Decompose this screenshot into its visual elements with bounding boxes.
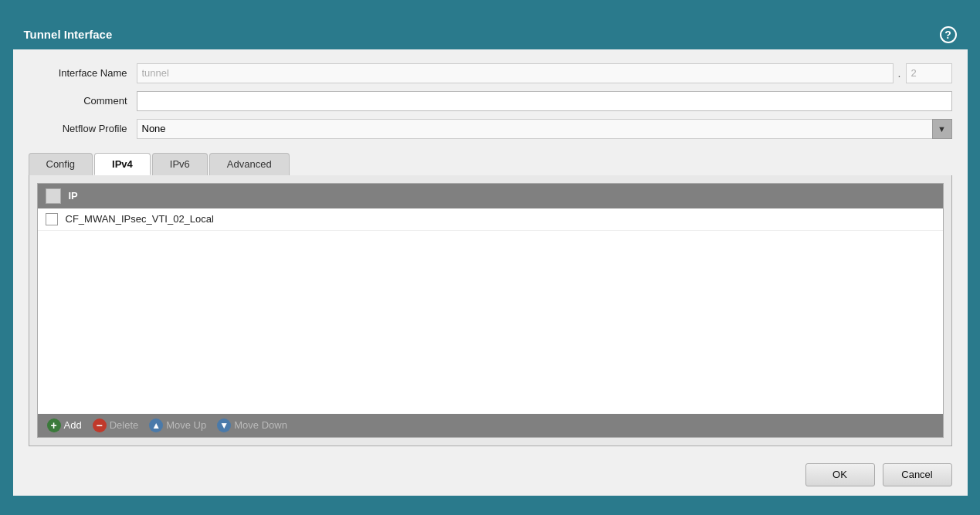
netflow-select[interactable]: None — [137, 119, 952, 139]
tab-advanced[interactable]: Advanced — [209, 153, 290, 175]
dialog-body: Interface Name . Comment Netflow Profile… — [13, 49, 968, 454]
interface-name-input[interactable] — [137, 63, 894, 83]
cancel-button[interactable]: Cancel — [883, 463, 952, 486]
netflow-dropdown-arrow[interactable]: ▼ — [932, 119, 952, 139]
delete-button[interactable]: − Delete — [93, 418, 139, 432]
add-button[interactable]: + Add — [47, 418, 82, 432]
ip-table: IP CF_MWAN_IPsec_VTI_02_Local + Add — [37, 183, 944, 438]
interface-name-label: Interface Name — [29, 67, 137, 79]
dialog-header: Tunnel Interface ? — [13, 20, 968, 49]
ok-button[interactable]: OK — [805, 463, 875, 486]
tabs-row: Config IPv4 IPv6 Advanced — [29, 153, 952, 175]
interface-name-row: Interface Name . — [29, 63, 952, 83]
netflow-label: Netflow Profile — [29, 123, 137, 134]
comment-label: Comment — [29, 95, 137, 107]
delete-icon: − — [93, 418, 107, 432]
row-ip-value: CF_MWAN_IPsec_VTI_02_Local — [66, 213, 214, 225]
interface-number-input[interactable] — [906, 63, 952, 83]
tab-ipv6[interactable]: IPv6 — [152, 153, 208, 175]
interface-name-field-group: . — [137, 63, 952, 83]
move-down-label: Move Down — [234, 419, 287, 431]
move-up-button[interactable]: ▲ Move Up — [149, 418, 206, 432]
dot-separator: . — [898, 67, 901, 80]
table-toolbar: + Add − Delete ▲ Move Up ▼ Move Down — [38, 414, 943, 437]
netflow-row: Netflow Profile None ▼ — [29, 119, 952, 139]
tab-config[interactable]: Config — [29, 153, 93, 175]
dialog-footer: OK Cancel — [13, 454, 968, 496]
table-body: CF_MWAN_IPsec_VTI_02_Local — [38, 208, 943, 414]
tab-ipv4[interactable]: IPv4 — [94, 153, 151, 175]
move-down-icon: ▼ — [217, 418, 231, 432]
netflow-field-group: None ▼ — [137, 119, 952, 139]
delete-label: Delete — [110, 419, 139, 431]
tunnel-interface-dialog: Tunnel Interface ? Interface Name . Comm… — [12, 19, 969, 497]
move-down-button[interactable]: ▼ Move Down — [217, 418, 287, 432]
header-checkbox[interactable] — [46, 188, 61, 204]
comment-row: Comment — [29, 91, 952, 111]
dialog-title: Tunnel Interface — [24, 28, 113, 41]
table-row: CF_MWAN_IPsec_VTI_02_Local — [38, 208, 943, 231]
ip-column-header: IP — [69, 190, 78, 202]
ipv4-tab-content: IP CF_MWAN_IPsec_VTI_02_Local + Add — [29, 175, 952, 446]
row-checkbox[interactable] — [46, 213, 58, 225]
add-icon: + — [47, 418, 61, 432]
comment-input[interactable] — [137, 91, 952, 111]
help-icon[interactable]: ? — [940, 26, 957, 43]
table-header: IP — [38, 184, 943, 208]
move-up-icon: ▲ — [149, 418, 163, 432]
move-up-label: Move Up — [166, 419, 206, 431]
add-label: Add — [64, 419, 82, 431]
